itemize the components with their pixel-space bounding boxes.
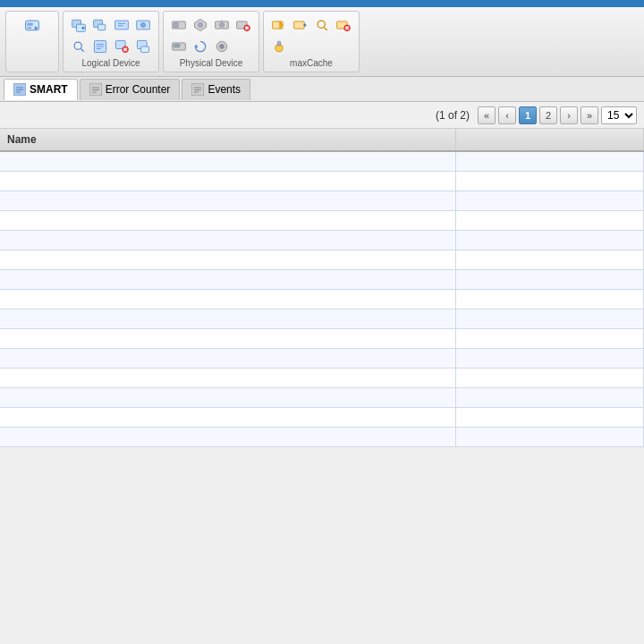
toolbar-group-physical-device: Physical Device xyxy=(163,11,259,72)
table-row xyxy=(0,171,644,191)
error-counter-tab-icon xyxy=(89,83,102,96)
svg-point-41 xyxy=(220,45,225,49)
table-row xyxy=(0,407,644,427)
data-table: Name xyxy=(0,129,644,447)
toolbar-group-maxcache: maxCache xyxy=(263,11,360,72)
per-page-select[interactable]: 15 25 50 xyxy=(601,106,637,124)
cache-icon2[interactable] xyxy=(291,15,310,35)
error-counter-tab-label: Error Counter xyxy=(106,83,171,96)
table-body xyxy=(0,151,644,446)
cell-name xyxy=(0,407,456,427)
toolbar-group-drive xyxy=(5,11,59,72)
cache-icon1[interactable] xyxy=(269,15,289,35)
pagination-bar: (1 of 2) « ‹ 1 2 › » 15 25 50 xyxy=(0,102,644,129)
cell-value xyxy=(456,269,644,289)
logical-icon4[interactable] xyxy=(133,15,153,35)
table-row xyxy=(0,210,644,230)
next-page-button[interactable]: › xyxy=(560,106,578,124)
table-row xyxy=(0,250,644,269)
cell-value xyxy=(456,230,644,250)
logical-delete-icon[interactable] xyxy=(112,37,131,56)
cell-name xyxy=(0,348,456,368)
column-header-value xyxy=(456,129,644,151)
cell-name xyxy=(0,191,456,210)
cell-name xyxy=(0,387,456,407)
column-header-name: Name xyxy=(0,129,456,151)
logical-icon3[interactable] xyxy=(112,15,131,35)
svg-point-31 xyxy=(220,23,225,28)
logical-add-icon[interactable] xyxy=(69,15,89,35)
toolbar: Logical Device xyxy=(0,7,644,77)
cell-value xyxy=(456,210,644,230)
table-header-row: Name xyxy=(0,129,644,151)
cell-value xyxy=(456,151,644,171)
svg-rect-1 xyxy=(27,23,33,26)
table-row xyxy=(0,289,644,309)
top-bar xyxy=(0,0,644,7)
physical-icon7[interactable] xyxy=(212,37,232,56)
logical-icon5[interactable] xyxy=(69,37,89,56)
tab-smart[interactable]: SMART xyxy=(4,79,78,100)
cell-name xyxy=(0,171,456,191)
cell-value xyxy=(456,250,644,269)
content-area: (1 of 2) « ‹ 1 2 › » 15 25 50 Name xyxy=(0,102,644,447)
physical-device-label: Physical Device xyxy=(180,58,243,68)
svg-point-15 xyxy=(74,42,81,49)
table-row xyxy=(0,348,644,368)
physical-icon3[interactable] xyxy=(212,15,232,35)
physical-icon2[interactable] xyxy=(191,15,210,35)
table-row xyxy=(0,309,644,328)
cell-value xyxy=(456,309,644,328)
first-page-button[interactable]: « xyxy=(478,106,496,124)
cell-name xyxy=(0,309,456,328)
cell-value xyxy=(456,328,644,348)
svg-point-47 xyxy=(318,21,325,28)
cache-delete-icon[interactable] xyxy=(334,15,353,35)
physical-icon1[interactable] xyxy=(169,15,189,35)
logical-icon6[interactable] xyxy=(90,37,110,56)
physical-icon6[interactable] xyxy=(191,37,210,56)
svg-rect-38 xyxy=(174,45,180,47)
cell-value xyxy=(456,289,644,309)
smart-tab-icon xyxy=(13,83,26,96)
svg-line-16 xyxy=(80,48,83,51)
table-row xyxy=(0,230,644,250)
cache-icon3[interactable] xyxy=(312,15,332,35)
table-row xyxy=(0,368,644,387)
svg-rect-54 xyxy=(277,41,280,46)
cell-name xyxy=(0,427,456,446)
table-row xyxy=(0,328,644,348)
cell-name xyxy=(0,368,456,387)
svg-line-48 xyxy=(324,27,326,30)
page-2-button[interactable]: 2 xyxy=(539,106,557,124)
svg-point-14 xyxy=(141,23,146,28)
svg-rect-3 xyxy=(27,27,31,28)
table-row xyxy=(0,269,644,289)
drive-icon[interactable] xyxy=(22,15,42,35)
smart-tab-label: SMART xyxy=(30,83,68,96)
cell-value xyxy=(456,191,644,210)
logical-device-label: Logical Device xyxy=(81,58,140,68)
logical-icon2[interactable] xyxy=(90,15,110,35)
tab-events[interactable]: Events xyxy=(182,79,250,100)
maxcache-label: maxCache xyxy=(290,58,333,68)
last-page-button[interactable]: » xyxy=(580,106,598,124)
events-tab-icon xyxy=(191,83,204,96)
physical-icon4[interactable] xyxy=(233,15,253,35)
physical-icon5[interactable] xyxy=(169,37,189,56)
page-1-button[interactable]: 1 xyxy=(519,106,537,124)
svg-marker-39 xyxy=(195,45,198,49)
prev-page-button[interactable]: ‹ xyxy=(498,106,516,124)
table-row xyxy=(0,151,644,171)
cell-name xyxy=(0,210,456,230)
cache-medal-icon[interactable] xyxy=(269,37,289,56)
svg-point-2 xyxy=(34,27,37,30)
logical-icon8[interactable] xyxy=(133,37,153,56)
cell-value xyxy=(456,407,644,427)
svg-rect-9 xyxy=(98,24,106,30)
table-row xyxy=(0,427,644,446)
cell-name xyxy=(0,269,456,289)
cell-name xyxy=(0,250,456,269)
tab-error-counter[interactable]: Error Counter xyxy=(80,79,181,100)
svg-rect-28 xyxy=(174,23,178,28)
